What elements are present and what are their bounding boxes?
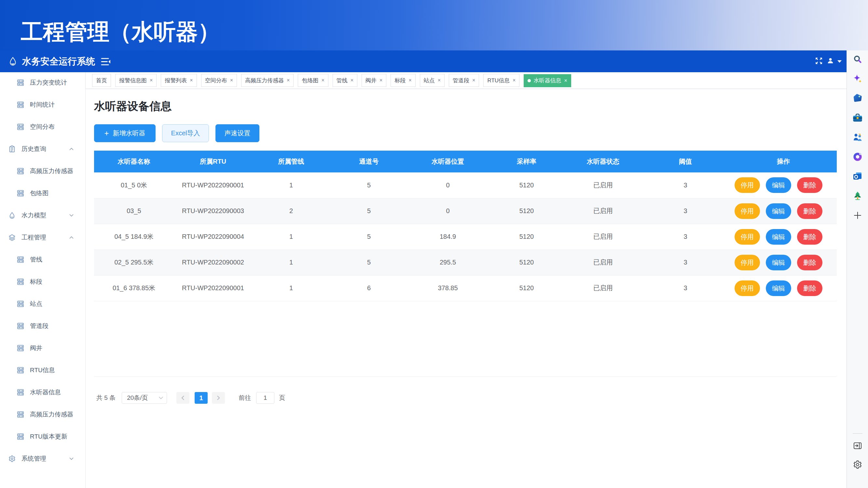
- user-avatar-icon[interactable]: [827, 57, 834, 65]
- close-icon[interactable]: ×: [408, 78, 411, 83]
- goto-page-input[interactable]: [256, 392, 274, 404]
- tab-6[interactable]: 管线×: [333, 74, 358, 87]
- page-number-button[interactable]: 1: [195, 392, 208, 404]
- close-icon[interactable]: ×: [150, 78, 153, 83]
- fullscreen-icon[interactable]: [815, 57, 823, 66]
- tab-label: 标段: [395, 77, 405, 84]
- cell-rtu: RTU-WP2022090001: [174, 172, 252, 198]
- tab-7[interactable]: 阀井×: [362, 74, 386, 87]
- shopping-icon[interactable]: [853, 93, 863, 103]
- sidebar-item-15[interactable]: 高频压力传感器: [0, 403, 85, 426]
- panel-icon[interactable]: [853, 442, 862, 450]
- disable-button[interactable]: 停用: [735, 255, 760, 270]
- server-icon: [17, 256, 24, 263]
- next-page-button[interactable]: [212, 392, 225, 404]
- disable-button[interactable]: 停用: [735, 177, 760, 193]
- brand-title: 水务安全运行系统: [22, 51, 95, 72]
- sidebar-item-13[interactable]: RTU信息: [0, 359, 85, 381]
- close-icon[interactable]: ×: [287, 78, 290, 83]
- tab-12[interactable]: 水听器信息×: [524, 74, 571, 87]
- content-panel: 水听器设备信息 +新增水听器 Excel导入 声速设置 水听器名称所属RTU所属…: [86, 89, 846, 488]
- sidebar-item-14[interactable]: 水听器信息: [0, 381, 85, 403]
- hamburger-icon[interactable]: [101, 57, 111, 67]
- sidebar-item-8[interactable]: 管线: [0, 249, 85, 271]
- edit-button[interactable]: 编辑: [766, 255, 791, 270]
- edit-button[interactable]: 编辑: [766, 281, 791, 296]
- tab-9[interactable]: 站点×: [420, 74, 444, 87]
- delete-button[interactable]: 删除: [797, 203, 823, 219]
- search-icon[interactable]: [853, 54, 863, 64]
- close-icon[interactable]: ×: [350, 78, 353, 83]
- tree-icon[interactable]: [853, 191, 863, 201]
- goto-suffix: 页: [279, 394, 285, 402]
- settings-icon[interactable]: [853, 460, 862, 469]
- disable-button[interactable]: 停用: [735, 281, 760, 296]
- close-icon[interactable]: ×: [513, 78, 516, 83]
- server-icon: [17, 123, 24, 130]
- edit-button[interactable]: 编辑: [766, 177, 791, 193]
- sidebar-item-11[interactable]: 管道段: [0, 315, 85, 337]
- caret-down-icon[interactable]: [837, 59, 842, 64]
- disable-button[interactable]: 停用: [735, 203, 760, 219]
- tab-2[interactable]: 报警列表×: [161, 74, 196, 87]
- sidebar-item-5[interactable]: 包络图: [0, 182, 85, 204]
- close-icon[interactable]: ×: [379, 78, 382, 83]
- tab-8[interactable]: 标段×: [391, 74, 415, 87]
- tab-0[interactable]: 首页: [92, 74, 111, 87]
- outlook-icon[interactable]: [853, 171, 863, 181]
- table-body: 01_5 0米RTU-WP20220900011505120已启用3停用编辑删除…: [94, 172, 837, 301]
- cell-actions: 停用编辑删除: [730, 275, 837, 301]
- sidebar-item-3[interactable]: 历史查询: [0, 138, 85, 160]
- add-icon[interactable]: [854, 211, 862, 220]
- excel-import-button[interactable]: Excel导入: [162, 124, 209, 142]
- sidebar-item-1[interactable]: 时间统计: [0, 94, 85, 116]
- delete-button[interactable]: 删除: [797, 177, 823, 193]
- tab-3[interactable]: 空间分布×: [201, 74, 237, 87]
- delete-button[interactable]: 删除: [797, 255, 823, 270]
- sidebar-item-10[interactable]: 站点: [0, 293, 85, 315]
- prev-page-button[interactable]: [177, 392, 189, 404]
- tab-1[interactable]: 报警信息图×: [115, 74, 157, 87]
- close-icon[interactable]: ×: [321, 78, 324, 83]
- sidebar-item-2[interactable]: 空间分布: [0, 116, 85, 138]
- tags-view-bar: 首页报警信息图×报警列表×空间分布×高频压力传感器×包络图×管线×阀井×标段×站…: [86, 72, 846, 89]
- delete-button[interactable]: 删除: [797, 229, 823, 245]
- sidebar-item-label: 水力模型: [22, 211, 46, 220]
- games-icon[interactable]: [853, 132, 863, 142]
- cell-pipeline: 2: [252, 198, 330, 224]
- cell-status: 已启用: [565, 250, 641, 275]
- page-size-select[interactable]: 20条/页: [122, 392, 167, 404]
- close-icon[interactable]: ×: [564, 78, 567, 83]
- tab-10[interactable]: 管道段×: [449, 74, 479, 87]
- toolbox-icon[interactable]: [852, 113, 863, 122]
- server-icon: [17, 345, 24, 352]
- sidebar-item-16[interactable]: RTU版本更新: [0, 426, 85, 448]
- sidebar-item-9[interactable]: 标段: [0, 271, 85, 293]
- server-icon: [17, 411, 24, 418]
- tab-4[interactable]: 高频压力传感器×: [241, 74, 293, 87]
- delete-button[interactable]: 删除: [797, 281, 823, 296]
- close-icon[interactable]: ×: [190, 78, 193, 83]
- chevron-down-icon: [69, 456, 74, 462]
- edit-button[interactable]: 编辑: [766, 229, 791, 245]
- add-hydrophone-button[interactable]: +新增水听器: [94, 124, 156, 142]
- sidebar-item-4[interactable]: 高频压力传感器: [0, 160, 85, 182]
- tab-label: 高频压力传感器: [245, 77, 284, 84]
- close-icon[interactable]: ×: [438, 78, 441, 83]
- column-header-0: 水听器名称: [94, 151, 174, 172]
- edit-button[interactable]: 编辑: [766, 203, 791, 219]
- sidebar-item-17[interactable]: 系统管理: [0, 448, 85, 470]
- close-icon[interactable]: ×: [472, 78, 475, 83]
- sidebar-item-0[interactable]: 压力突变统计: [0, 72, 85, 94]
- tab-5[interactable]: 包络图×: [298, 74, 328, 87]
- sidebar-item-7[interactable]: 工程管理: [0, 226, 85, 249]
- sidebar-item-6[interactable]: 水力模型: [0, 204, 85, 226]
- sound-speed-button[interactable]: 声速设置: [215, 124, 259, 142]
- m365-icon[interactable]: [852, 152, 863, 162]
- close-icon[interactable]: ×: [230, 78, 233, 83]
- tab-11[interactable]: RTU信息×: [483, 74, 520, 87]
- sidebar-item-12[interactable]: 阀井: [0, 337, 85, 359]
- copilot-icon[interactable]: [852, 74, 863, 84]
- sidebar-item-label: 阀井: [30, 344, 42, 352]
- disable-button[interactable]: 停用: [735, 229, 760, 245]
